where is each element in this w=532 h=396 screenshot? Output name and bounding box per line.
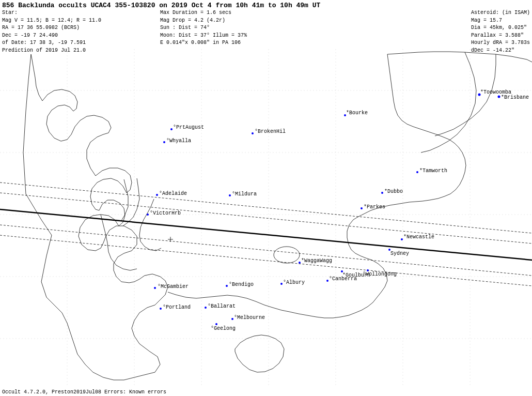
max-duration: Max Duration = 1.6 secs [160,9,247,17]
whyalla-dot [163,141,165,143]
mag-drop: Mag Drop = 4.2 (4.2r) [160,17,247,25]
mildura-label: °Mildura [232,191,257,197]
newcastle-dot [401,238,403,240]
portland-label: °Portland [163,304,191,310]
waggawagg-label: *WaggaWagg [301,258,332,264]
asteroid-dra: Hourly dRA = 3.783s [471,39,530,47]
moon-dist: Moon: Dist = 37° Illum = 37% [160,32,247,40]
waggawagg-dot [299,262,301,264]
asteroid-mag: Mag = 15.7 [471,17,530,25]
brisbane-dot [498,96,500,98]
footer-text: Occult 4.7.2.0, Preston2019Jul08 Errors:… [2,389,166,395]
main-container: 856 Backlunda occults UCAC4 355-103820 o… [0,0,532,396]
tamworth-label: *Tamworth [419,168,447,174]
mcgambier-label: °McGambier [158,284,189,290]
toowoomba-label: *Toowoomba [480,89,511,95]
ballarat-label: °Ballarat [208,303,236,309]
melbourne-label: °Melbourne [234,315,265,321]
occultation-outer-upper-limit [0,182,532,233]
brokenhil-label: °BrokenHil [255,129,286,134]
parkes-dot [361,207,363,209]
left-info-panel: Star: Mag V = 11.5; B = 12.4; R = 11.0 R… [2,9,101,54]
bendigo-label: °Bendigo [229,282,254,287]
prtaugust-dot [170,128,173,130]
sydney-label: Sydney [390,251,409,256]
victorhrb-label: °VictorHrb [150,210,181,216]
occultation-upper-limit [0,193,532,243]
center-info-panel: Max Duration = 1.6 secs Mag Drop = 4.2 (… [160,9,247,47]
sun-dist: Sun : Dist = 74° [160,24,247,32]
star-of-date: of Date: 17 38 3, -19 7.591 [2,39,101,47]
star-label: Star: [2,9,101,17]
mildura-dot [229,194,231,196]
occultation-map: *Brisbane *Toowoomba *Bourke *Tamworth *… [0,49,532,386]
melbourne-dot [231,318,233,320]
geelong-dot [215,323,217,325]
parkes-label: *Parkes [364,204,385,210]
portland-dot [160,308,162,310]
goulburn-label: *Goulburn [342,272,370,278]
star-dec: Dec = -19 7 24.490 [2,32,101,40]
dubbo-dot [381,192,383,194]
occultation-outer-lower-limit [0,235,532,286]
albury-label: °Albury [283,280,305,285]
whyalla-label: °Whyalla [166,138,191,144]
brokenhil-dot [252,132,254,134]
asteroid-parallax: Parallax = 3.588" [471,32,530,40]
bendigo-dot [226,285,228,287]
occultation-center-line [0,209,532,260]
prtaugust-label: °PrtAugust [173,125,204,130]
star-ra: RA = 17 36 55.0982 (BCRS) [2,24,101,32]
svg-point-12 [274,247,300,263]
asteroid-label: Asteroid: (in ISAM) [471,9,530,17]
newcastle-label: *Newcastle [403,234,434,240]
map-area: *Brisbane *Toowoomba *Bourke *Tamworth *… [0,49,532,386]
dubbo-label: *Dubbo [384,189,403,194]
tamworth-dot [416,171,418,173]
bourke-label: *Bourke [346,110,368,116]
brisbane-label: *Brisbane [501,95,529,100]
victorhrb-dot [147,214,149,216]
canberra-dot [326,280,328,282]
mcgambier-dot [154,287,156,289]
star-mag: Mag V = 11.5; B = 12.4; R = 11.0 [2,17,101,25]
ellipse-info: E 0.014"x 0.008" in PA 106 [160,39,247,47]
albury-dot [280,283,283,285]
footer: Occult 4.7.2.0, Preston2019Jul08 Errors:… [0,388,168,396]
adelaide-label: °Adelaide [159,191,187,196]
asteroid-dia: Dia = 45km, 0.025" [471,24,530,32]
right-info-panel: Asteroid: (in ISAM) Mag = 15.7 Dia = 45k… [471,9,530,54]
adelaide-dot [156,194,158,196]
occultation-lower-limit [0,225,532,276]
geelong-label: °Geelong [211,326,236,331]
ballarat-dot [205,307,207,309]
